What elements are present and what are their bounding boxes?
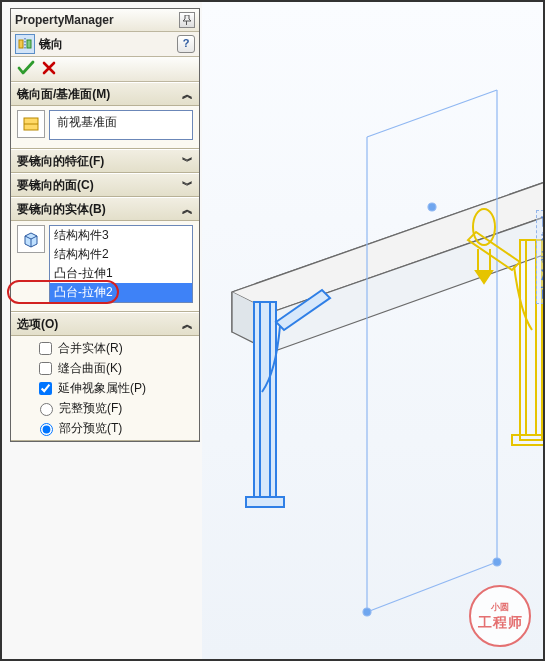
section-bodies-body: 结构构件3结构构件2凸台-拉伸1凸台-拉伸2: [11, 221, 199, 312]
check-icon: [17, 59, 35, 77]
chevron-up-icon: ︽: [182, 202, 193, 217]
merge-label: 合并实体(R): [58, 340, 123, 357]
section-options-header[interactable]: 选项(O) ︽: [11, 312, 199, 336]
graphics-viewport[interactable]: 前视基准面: [202, 2, 543, 659]
confirm-bar: [11, 57, 199, 82]
section-bodies-header[interactable]: 要镜向的实体(B) ︽: [11, 197, 199, 221]
plane-label: 前视基准面: [536, 210, 543, 304]
body-selector-icon[interactable]: [17, 225, 45, 253]
pm-titlebar: PropertyManager: [11, 9, 199, 32]
list-item[interactable]: 结构构件2: [50, 245, 192, 264]
option-knit[interactable]: 缝合曲面(K): [11, 358, 199, 378]
close-icon: [41, 60, 57, 76]
pm-title: PropertyManager: [15, 13, 114, 27]
app-window: 前视基准面 PropertyManager 镜向 ?: [0, 0, 545, 661]
svg-rect-7: [246, 497, 284, 507]
full-preview-radio[interactable]: [40, 403, 53, 416]
chevron-down-icon: ︾: [182, 154, 193, 169]
section-options-body: 合并实体(R) 缝合曲面(K) 延伸视象属性(P) 完整预览(F) 部分预览(T…: [11, 336, 199, 441]
option-propvis[interactable]: 延伸视象属性(P): [11, 378, 199, 398]
plane-selection-box[interactable]: 前视基准面: [49, 110, 193, 140]
svg-rect-18: [19, 40, 23, 48]
feature-name: 镜向: [39, 36, 63, 53]
section-plane-body: 前视基准面: [11, 106, 199, 149]
chevron-down-icon: ︾: [182, 178, 193, 193]
mirror-plane: [363, 90, 501, 616]
section-features-header[interactable]: 要镜向的特征(F) ︾: [11, 149, 199, 173]
svg-rect-19: [27, 40, 31, 48]
section-faces-header[interactable]: 要镜向的面(C) ︾: [11, 173, 199, 197]
knit-label: 缝合曲面(K): [58, 360, 122, 377]
svg-point-5: [428, 203, 436, 211]
plane-selection-value: 前视基准面: [53, 113, 189, 132]
section-plane-header[interactable]: 镜向面/基准面(M) ︽: [11, 82, 199, 106]
propvis-label: 延伸视象属性(P): [58, 380, 146, 397]
bodies-selection-box[interactable]: 结构构件3结构构件2凸台-拉伸1凸台-拉伸2: [49, 225, 193, 303]
watermark-top: 小圆: [491, 601, 509, 614]
chevron-up-icon: ︽: [182, 317, 193, 332]
ok-button[interactable]: [17, 59, 35, 80]
mirror-icon: [15, 34, 35, 54]
svg-point-3: [363, 608, 371, 616]
svg-point-4: [493, 558, 501, 566]
option-partial-preview[interactable]: 部分预览(T): [11, 418, 199, 438]
section-options-title: 选项(O): [17, 316, 58, 333]
scene-svg: [202, 2, 543, 659]
merge-checkbox[interactable]: [39, 342, 52, 355]
pin-icon: [182, 15, 192, 25]
watermark: 小圆 工程师: [469, 585, 531, 647]
pin-button[interactable]: [179, 12, 195, 28]
help-button[interactable]: ?: [177, 35, 195, 53]
section-plane-title: 镜向面/基准面(M): [17, 86, 110, 103]
partial-preview-radio[interactable]: [40, 423, 53, 436]
watermark-bottom: 工程师: [478, 614, 523, 632]
partial-preview-label: 部分预览(T): [59, 420, 122, 437]
plane-selector-icon[interactable]: [17, 110, 45, 138]
svg-rect-6: [254, 302, 276, 502]
section-bodies-title: 要镜向的实体(B): [17, 201, 106, 218]
list-item[interactable]: 凸台-拉伸1: [50, 264, 192, 283]
section-features-title: 要镜向的特征(F): [17, 153, 104, 170]
full-preview-label: 完整预览(F): [59, 400, 122, 417]
option-merge[interactable]: 合并实体(R): [11, 338, 199, 358]
list-item[interactable]: 凸台-拉伸2: [50, 283, 192, 302]
option-full-preview[interactable]: 完整预览(F): [11, 398, 199, 418]
list-item[interactable]: 结构构件3: [50, 226, 192, 245]
feature-header: 镜向 ?: [11, 32, 199, 57]
section-faces-title: 要镜向的面(C): [17, 177, 94, 194]
property-manager-panel: PropertyManager 镜向 ? 镜向面/基准面(M) ︽: [10, 8, 200, 442]
cancel-button[interactable]: [41, 60, 57, 79]
knit-checkbox[interactable]: [39, 362, 52, 375]
propvis-checkbox[interactable]: [39, 382, 52, 395]
chevron-up-icon: ︽: [182, 87, 193, 102]
